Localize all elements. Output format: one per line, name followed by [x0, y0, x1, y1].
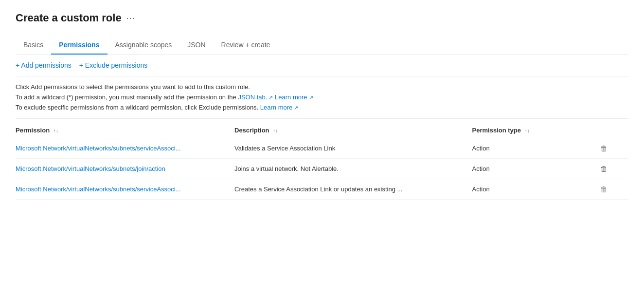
info-line3: To exclude specific permissions from a w…: [16, 103, 628, 113]
add-permissions-button[interactable]: + Add permissions: [16, 59, 72, 71]
tab-permissions[interactable]: Permissions: [51, 36, 107, 55]
sort-type-icon[interactable]: ↑↓: [525, 128, 530, 133]
cell-permission: Microsoft.Network/virtualNetworks/subnet…: [16, 179, 234, 200]
json-tab-link[interactable]: JSON tab.: [238, 93, 273, 101]
col-header-type: Permission type ↑↓: [472, 123, 597, 138]
cell-type: Action: [472, 179, 597, 200]
tab-json[interactable]: JSON: [179, 36, 213, 55]
col-header-action: [597, 123, 628, 138]
table-row: Microsoft.Network/virtualNetworks/subnet…: [16, 138, 628, 159]
exclude-permissions-button[interactable]: + Exclude permissions: [79, 59, 147, 71]
table-header-row: Permission ↑↓ Description ↑↓ Permission …: [16, 123, 628, 138]
col-header-permission: Permission ↑↓: [16, 123, 234, 138]
toolbar: + Add permissions + Exclude permissions: [16, 55, 628, 76]
learn-more-link-1[interactable]: Learn more: [273, 93, 313, 101]
table-row: Microsoft.Network/virtualNetworks/subnet…: [16, 179, 628, 200]
cell-description: Joins a virtual network. Not Alertable.: [234, 159, 472, 179]
page-header: Create a custom role ···: [16, 12, 628, 24]
sort-permission-icon[interactable]: ↑↓: [54, 128, 58, 133]
delete-row-button[interactable]: 🗑: [597, 164, 610, 174]
cell-type: Action: [472, 138, 597, 159]
cell-action: 🗑: [597, 179, 628, 200]
delete-row-button[interactable]: 🗑: [597, 184, 610, 194]
delete-row-button[interactable]: 🗑: [597, 143, 610, 153]
permissions-table: Permission ↑↓ Description ↑↓ Permission …: [16, 123, 628, 200]
tab-basics[interactable]: Basics: [16, 36, 51, 55]
info-line3-prefix: To exclude specific permissions from a w…: [16, 104, 260, 111]
cell-action: 🗑: [597, 159, 628, 179]
cell-type: Action: [472, 159, 597, 179]
cell-description: Validates a Service Association Link: [234, 138, 472, 159]
info-section: Click Add permissions to select the perm…: [16, 76, 628, 119]
info-line2-prefix: To add a wildcard (*) permission, you mu…: [16, 93, 238, 101]
tab-review-create[interactable]: Review + create: [214, 36, 278, 55]
more-options-icon[interactable]: ···: [126, 13, 135, 23]
tab-assignable-scopes[interactable]: Assignable scopes: [107, 36, 180, 55]
sort-description-icon[interactable]: ↑↓: [273, 128, 278, 133]
col-header-description: Description ↑↓: [234, 123, 472, 138]
info-line2: To add a wildcard (*) permission, you mu…: [16, 93, 628, 103]
learn-more-link-2[interactable]: Learn more: [260, 104, 299, 111]
cell-action: 🗑: [597, 138, 628, 159]
tabs-nav: Basics Permissions Assignable scopes JSO…: [16, 36, 628, 55]
cell-permission: Microsoft.Network/virtualNetworks/subnet…: [16, 138, 234, 159]
page-title: Create a custom role: [16, 12, 122, 24]
cell-permission: Microsoft.Network/virtualNetworks/subnet…: [16, 159, 234, 179]
info-line1: Click Add permissions to select the perm…: [16, 82, 628, 93]
table-row: Microsoft.Network/virtualNetworks/subnet…: [16, 159, 628, 179]
cell-description: Creates a Service Association Link or up…: [234, 179, 472, 200]
